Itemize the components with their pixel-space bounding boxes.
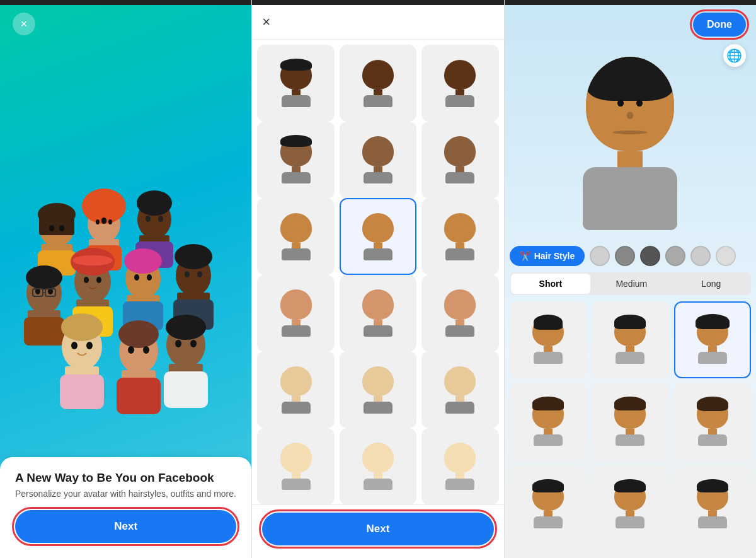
- svg-point-16: [137, 190, 172, 216]
- hair-cell-3-2[interactable]: [592, 466, 668, 543]
- avatar-cell-4-2[interactable]: [340, 275, 416, 352]
- svg-point-62: [166, 315, 206, 340]
- hair-cell-3-1[interactable]: [510, 466, 587, 543]
- close-button-2[interactable]: ×: [262, 14, 270, 30]
- avatar-cell-6-1[interactable]: [257, 428, 334, 505]
- avatar-nose: [627, 112, 633, 119]
- panel3-header: Done: [505, 5, 756, 44]
- avatar-cell-3-3[interactable]: [421, 198, 498, 275]
- option-dot-5[interactable]: [690, 246, 711, 266]
- option-dot-6[interactable]: [716, 246, 736, 266]
- avatar-right-eye: [636, 100, 643, 107]
- svg-rect-65: [169, 364, 203, 373]
- hair-cell-2-1[interactable]: [510, 383, 587, 460]
- avatar-mouth: [612, 131, 648, 134]
- svg-point-32: [72, 255, 113, 265]
- avatar-cell-1-2[interactable]: [340, 45, 416, 122]
- avatar-cell-1-1[interactable]: [257, 45, 334, 122]
- avatar-cell-2-1[interactable]: [257, 122, 334, 199]
- svg-rect-54: [60, 375, 104, 409]
- world-icon[interactable]: 🌐: [723, 44, 746, 67]
- svg-rect-53: [65, 366, 99, 376]
- svg-point-40: [147, 274, 152, 281]
- avatar-cell-5-3[interactable]: [421, 351, 498, 428]
- avatar-cell-6-2[interactable]: [340, 428, 416, 505]
- hairstyle-tab[interactable]: ✂️ Hair Style: [510, 246, 585, 266]
- 3d-avatar: [561, 57, 699, 233]
- avatar-cell-4-3[interactable]: [421, 275, 498, 352]
- hairstyle-tab-label: Hair Style: [534, 251, 575, 261]
- avatar-cell-3-2[interactable]: [340, 198, 416, 275]
- svg-point-10: [101, 218, 106, 224]
- svg-point-46: [197, 271, 202, 277]
- avatar-cell-1-3[interactable]: [421, 45, 498, 122]
- svg-point-17: [146, 216, 151, 222]
- close-icon-2: ×: [262, 14, 270, 30]
- skin-tone-grid: [252, 40, 503, 504]
- avatar-cell-5-1[interactable]: [257, 351, 334, 428]
- svg-point-33: [84, 277, 89, 283]
- hairstyle-panel: Done 🌐 ✂️ Hair Style: [505, 0, 756, 558]
- svg-rect-59: [122, 370, 156, 379]
- avatar-left-eye: [617, 100, 624, 107]
- tab-short[interactable]: Short: [511, 274, 590, 294]
- avatar-head: [586, 57, 674, 151]
- hair-cell-1-1[interactable]: [510, 301, 587, 378]
- hair-cell-3-3[interactable]: [674, 466, 751, 543]
- tab-long[interactable]: Long: [672, 272, 751, 295]
- svg-point-50: [61, 313, 103, 341]
- hairstyle-grid: [510, 301, 751, 543]
- option-dot-4[interactable]: [665, 246, 685, 266]
- avatar-cell-2-2[interactable]: [340, 122, 416, 199]
- top-bar-1: [0, 0, 251, 5]
- tab-medium[interactable]: Medium: [592, 272, 671, 295]
- avatar-group-svg: [19, 186, 233, 451]
- option-dot-1[interactable]: [590, 246, 610, 266]
- avatar-eyes: [617, 100, 643, 107]
- hair-icon: ✂️: [520, 251, 530, 261]
- close-button-1[interactable]: ×: [13, 13, 35, 35]
- svg-point-12: [108, 219, 112, 224]
- style-options-row: ✂️ Hair Style: [510, 246, 751, 266]
- avatar-cell-4-1[interactable]: [257, 275, 334, 352]
- customizer-panel: ✂️ Hair Style Short Medium Long: [505, 246, 756, 543]
- svg-point-57: [128, 346, 134, 354]
- svg-point-18: [158, 216, 163, 222]
- avatar-neck: [617, 151, 643, 167]
- svg-point-34: [96, 277, 101, 283]
- option-dot-3[interactable]: [640, 246, 660, 266]
- next-button-2[interactable]: Next: [262, 513, 493, 545]
- hair-cell-1-2[interactable]: [592, 301, 668, 378]
- length-tabs-bar: Short Medium Long: [510, 272, 751, 295]
- svg-point-63: [175, 340, 181, 347]
- svg-point-51: [71, 342, 77, 349]
- svg-point-11: [96, 219, 100, 224]
- avatar-hair: [586, 57, 674, 101]
- top-bar-2: [252, 0, 503, 5]
- close-icon: ×: [21, 18, 28, 31]
- avatar-group-illustration: [19, 5, 233, 457]
- hair-cell-2-3[interactable]: [674, 383, 751, 460]
- option-dot-2[interactable]: [615, 246, 635, 266]
- welcome-description: Personalize your avatar with hairstyles,…: [15, 489, 236, 499]
- svg-point-45: [185, 271, 190, 277]
- svg-point-64: [190, 340, 197, 347]
- next-button-1[interactable]: Next: [15, 510, 236, 543]
- panel2-header: ×: [252, 5, 503, 40]
- svg-point-56: [118, 320, 159, 348]
- avatar-cell-3-1[interactable]: [257, 198, 334, 275]
- svg-point-22: [26, 265, 62, 289]
- avatar-cell-5-2[interactable]: [340, 351, 416, 428]
- svg-point-58: [143, 346, 149, 354]
- avatar-cell-2-3[interactable]: [421, 122, 498, 199]
- done-button[interactable]: Done: [693, 13, 746, 37]
- welcome-title: A New Way to Be You on Facebook: [15, 471, 236, 485]
- top-bar-3: [505, 0, 756, 5]
- hair-cell-2-2[interactable]: [592, 383, 668, 460]
- skin-selector-panel: ×: [251, 0, 504, 558]
- svg-rect-66: [164, 371, 208, 408]
- svg-point-52: [86, 342, 93, 349]
- svg-point-39: [134, 274, 139, 281]
- avatar-cell-6-3[interactable]: [421, 428, 498, 505]
- hair-cell-1-3[interactable]: [674, 301, 751, 378]
